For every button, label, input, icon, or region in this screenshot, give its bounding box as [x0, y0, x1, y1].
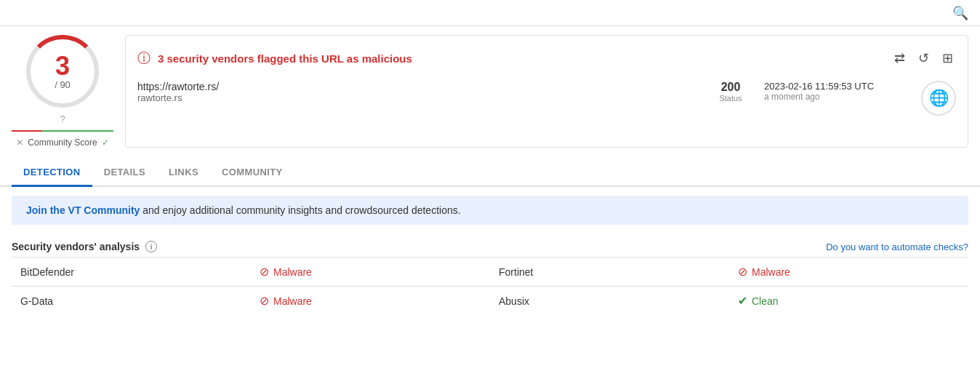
score-circle: 3 / 90	[26, 35, 99, 108]
vendor-status-4: ✔ Clean	[729, 287, 968, 316]
globe-button[interactable]: 🌐	[921, 81, 956, 116]
community-score-row: ✕ Community Score ✓	[16, 137, 108, 148]
status-block: 200 Status	[709, 81, 752, 103]
status-code: 200	[709, 81, 752, 94]
url-row: https://rawtorte.rs/ rawtorte.rs 200 Sta…	[137, 81, 956, 116]
status-malware-2: Malware	[752, 266, 790, 278]
vendor-status-2: ⊘ Malware	[729, 258, 968, 287]
alert-icon: ⓘ	[137, 49, 150, 67]
score-denominator: / 90	[55, 79, 71, 90]
automate-checks-link[interactable]: Do you want to automate checks?	[826, 242, 968, 252]
search-icon: 🔍	[952, 6, 968, 20]
status-malware-1: Malware	[273, 266, 312, 278]
tabs-bar: DETECTION DETAILS LINKS COMMUNITY	[0, 159, 980, 187]
community-score-label: Community Score	[28, 137, 97, 148]
table-row: G-Data ⊘ Malware Abusix ✔ Clean	[12, 287, 968, 316]
score-number: 3	[55, 53, 70, 79]
vendor-name-2: Fortinet	[490, 258, 729, 287]
vendor-table: BitDefender ⊘ Malware Fortinet ⊘ Malware…	[12, 257, 968, 315]
x-icon[interactable]: ✕	[16, 137, 23, 148]
refresh-icon: ↺	[918, 51, 929, 65]
tab-community[interactable]: COMMUNITY	[210, 159, 294, 187]
action-btn-1[interactable]: ⇄	[891, 47, 908, 69]
table-row: BitDefender ⊘ Malware Fortinet ⊘ Malware	[12, 258, 968, 287]
main-content: 3 / 90 ? ✕ Community Score ✓ ⓘ 3 securit…	[0, 26, 980, 156]
warn-icon-1: ⊘	[260, 265, 269, 279]
action-btn-3[interactable]: ⊞	[939, 47, 956, 69]
vendor-status-3: ⊘ Malware	[251, 287, 490, 316]
score-panel: 3 / 90 ? ✕ Community Score ✓	[12, 35, 113, 148]
vendors-section: Security vendors' analysis i Do you want…	[12, 234, 968, 315]
alert-text: 3 security vendors flagged this URL as m…	[158, 52, 412, 65]
qr-icon: ⊞	[942, 51, 953, 65]
join-vt-community-link[interactable]: Join the VT Community	[26, 204, 140, 216]
vendor-name-3: G-Data	[12, 287, 251, 316]
check-icon: ✓	[102, 137, 109, 148]
vendor-name-1: BitDefender	[12, 258, 251, 287]
warn-icon-2: ⊘	[738, 265, 747, 279]
info-panel: ⓘ 3 security vendors flagged this URL as…	[125, 35, 968, 148]
tab-details[interactable]: DETAILS	[92, 159, 157, 187]
top-bar: 🔍	[0, 0, 980, 26]
community-banner-text: and enjoy additional community insights …	[140, 204, 460, 216]
datetime-block: 2023-02-16 11:59:53 UTC a moment ago	[764, 81, 909, 102]
search-button[interactable]: 🔍	[949, 2, 971, 24]
swap-icon: ⇄	[894, 51, 905, 65]
status-label: Status	[709, 94, 752, 103]
status-clean-1: Clean	[752, 295, 779, 307]
vendors-title: Security vendors' analysis i	[12, 241, 157, 252]
action-btn-2[interactable]: ↺	[915, 47, 932, 69]
tab-detection[interactable]: DETECTION	[12, 159, 92, 187]
datetime-main: 2023-02-16 11:59:53 UTC	[764, 81, 909, 92]
score-question: ?	[60, 113, 65, 124]
vendor-status-1: ⊘ Malware	[251, 258, 490, 287]
domain-text: rawtorte.rs	[137, 92, 697, 103]
alert-row: ⓘ 3 security vendors flagged this URL as…	[137, 47, 956, 69]
vendors-header: Security vendors' analysis i Do you want…	[12, 234, 968, 257]
vendor-name-4: Abusix	[490, 287, 729, 316]
status-malware-3: Malware	[273, 295, 312, 307]
info-icon[interactable]: i	[145, 241, 157, 252]
warn-icon-3: ⊘	[260, 294, 269, 308]
tab-links[interactable]: LINKS	[157, 159, 210, 187]
vendors-title-text: Security vendors' analysis	[12, 241, 140, 252]
url-text: https://rawtorte.rs/	[137, 81, 697, 92]
globe-icon: 🌐	[929, 89, 949, 108]
ok-icon-1: ✔	[738, 294, 747, 308]
community-banner: Join the VT Community and enjoy addition…	[12, 196, 968, 225]
datetime-ago: a moment ago	[764, 92, 909, 102]
